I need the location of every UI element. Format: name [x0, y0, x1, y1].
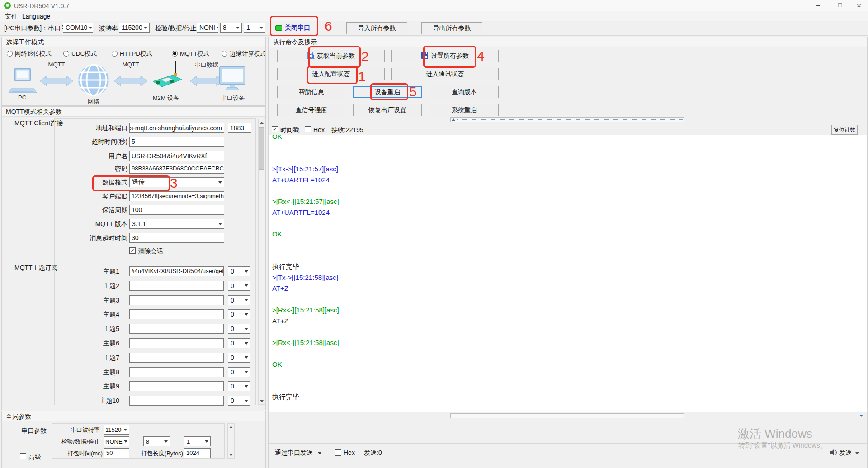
- addr-input[interactable]: i.iot-as-mqtt.cn-shanghai.aliyuncs.com: [129, 123, 224, 133]
- help-button[interactable]: 帮助信息: [277, 86, 345, 98]
- topic-label: 主题3: [56, 297, 119, 305]
- pack-len-input[interactable]: 1024: [184, 448, 211, 458]
- baud-select[interactable]: 115200: [119, 23, 150, 33]
- topic-qos-select[interactable]: 0: [228, 367, 250, 377]
- signal-strength-button[interactable]: 查信号强度: [277, 104, 345, 116]
- work-mode-option[interactable]: UDC模式: [63, 49, 97, 58]
- username-input[interactable]: USR-DR504&i4u4VIKvRXf: [129, 151, 224, 161]
- parity-select[interactable]: NONI: [197, 23, 218, 33]
- log-line: >[Tx->][15:21:58][asc]: [272, 272, 867, 283]
- topic-qos-select[interactable]: 0: [228, 295, 250, 305]
- topic-qos-select[interactable]: 0: [228, 309, 250, 319]
- timestamp-checkbox[interactable]: ✓: [272, 126, 278, 132]
- factory-reset-button[interactable]: 恢复出厂设置: [353, 104, 422, 116]
- radio-icon[interactable]: [112, 51, 118, 57]
- g-stopbit-select[interactable]: 1: [184, 436, 211, 446]
- diagram-link2-label: MQTT: [123, 61, 139, 68]
- toolbar: [PC串口参数]：串口号 COM10 波特率 115200 检验/数据/停止 N…: [0, 21, 868, 36]
- mqtt-params-group: MQTT模式相关参数 MQTT Client连接 地址和端口 i.iot-as-…: [1, 106, 266, 410]
- port-input[interactable]: 1883: [228, 123, 251, 133]
- scroll-down-icon[interactable]: [859, 415, 863, 417]
- send-hex-checkbox[interactable]: [335, 449, 341, 456]
- topic-input[interactable]: [129, 324, 224, 334]
- topic-label: 主题2: [56, 282, 119, 290]
- menu-language[interactable]: Language: [22, 13, 50, 20]
- log-line: 执行完毕: [272, 392, 867, 402]
- close-serial-button[interactable]: 关闭串口: [272, 21, 317, 35]
- topic-qos-select[interactable]: 0: [228, 281, 250, 291]
- menu-file[interactable]: 文件: [5, 13, 18, 21]
- query-version-button[interactable]: 查询版本: [430, 86, 499, 98]
- stopbit-select[interactable]: 1: [244, 23, 265, 33]
- global-scrollbar[interactable]: [227, 423, 235, 459]
- g-baud-select[interactable]: 115200: [104, 425, 129, 435]
- topic-input[interactable]: [129, 281, 224, 291]
- databits-select[interactable]: 8: [220, 23, 242, 33]
- work-mode-option[interactable]: HTTPD模式: [112, 49, 152, 58]
- topic-qos-select[interactable]: 0: [228, 396, 250, 406]
- scroll-up-icon: [452, 118, 455, 121]
- title-bar: USR-DR504 V1.0.7 – □ ×: [0, 0, 868, 11]
- timeout-input[interactable]: 5: [129, 137, 224, 147]
- topic-input[interactable]: [129, 396, 224, 406]
- radio-icon[interactable]: [222, 51, 227, 57]
- client-id-input[interactable]: 12345678|securemode=3,signmetho: [129, 191, 224, 201]
- chevron-down-icon: [164, 440, 168, 443]
- log-hex-checkbox[interactable]: [305, 126, 311, 132]
- advanced-checkbox[interactable]: [20, 453, 26, 459]
- radio-icon[interactable]: [172, 51, 178, 57]
- maximize-button[interactable]: □: [830, 1, 850, 9]
- enter-comm-button[interactable]: 进入通讯状态: [391, 68, 499, 80]
- radio-icon[interactable]: [63, 51, 69, 57]
- mqtt-version-select[interactable]: 3.1.1: [129, 219, 224, 229]
- serial-group-label: 串口参数: [21, 427, 47, 435]
- log-top-scrollbar[interactable]: [450, 117, 684, 122]
- pack-time-input[interactable]: 50: [104, 448, 129, 458]
- com-port-select[interactable]: COM10: [63, 23, 93, 33]
- topic-input[interactable]: [129, 338, 224, 348]
- topic-qos-select[interactable]: 0: [228, 353, 250, 363]
- import-params-button[interactable]: 导入所有参数: [346, 22, 407, 34]
- diagram-link1-label: MQTT: [48, 61, 65, 68]
- radio-icon[interactable]: [7, 51, 13, 57]
- chevron-down-icon: [217, 27, 218, 29]
- topic-input[interactable]: [129, 309, 224, 319]
- topic-input[interactable]: [129, 367, 224, 377]
- topic-qos-select[interactable]: 0: [228, 266, 250, 276]
- mqtt-form-scrollbar[interactable]: [258, 119, 265, 405]
- data-format-label: 数据格式: [56, 179, 127, 187]
- send-button[interactable]: 发送: [830, 448, 867, 459]
- work-mode-option[interactable]: 边缘计算模式: [222, 49, 266, 58]
- send-via-serial-dropdown[interactable]: 通过串口发送: [275, 449, 321, 457]
- log-area[interactable]: OK >[Tx->][15:21:57][asc]AT+UARTFL=1024 …: [269, 135, 867, 412]
- link-arrow-icon: [114, 75, 147, 89]
- topic-input[interactable]: [129, 295, 224, 305]
- window-title: USR-DR504 V1.0.7: [14, 2, 69, 9]
- topic-qos-select[interactable]: 0: [228, 338, 250, 348]
- work-mode-option[interactable]: 网络透传模式: [7, 49, 52, 58]
- topic-qos-select[interactable]: 0: [228, 324, 250, 334]
- system-restart-button[interactable]: 系统重启: [430, 104, 499, 116]
- export-params-button[interactable]: 导出所有参数: [421, 22, 482, 34]
- g-parity-select[interactable]: NONE: [104, 436, 129, 446]
- keepalive-input[interactable]: 100: [129, 205, 224, 215]
- log-bottom-scrollbar[interactable]: [450, 413, 684, 418]
- g-databits-select[interactable]: 8: [143, 436, 170, 446]
- topic-input[interactable]: [129, 381, 224, 391]
- subscribe-group-label: MQTT主题订阅: [14, 264, 58, 272]
- password-input[interactable]: 98B38A6687E3D68C0CCEAECBC20EC: [129, 164, 224, 174]
- minimize-button[interactable]: –: [808, 1, 829, 9]
- clean-session-checkbox[interactable]: ✓: [129, 247, 136, 254]
- annotation-number-5: 5: [409, 84, 417, 99]
- close-button[interactable]: ×: [850, 1, 868, 10]
- network-globe-icon: [77, 63, 110, 99]
- enter-config-button[interactable]: 进入配置状态: [277, 68, 385, 80]
- annotation-number-4: 4: [477, 48, 485, 64]
- topic-input[interactable]: [129, 353, 224, 363]
- msg-timeout-input[interactable]: 30: [129, 233, 224, 243]
- log-line: [272, 185, 867, 196]
- topic-input[interactable]: /i4u4VIKvRXf/USR-DR504/user/get: [129, 266, 224, 276]
- work-mode-option[interactable]: MQTT模式: [172, 49, 209, 58]
- reset-count-button[interactable]: 复位计数: [831, 125, 858, 135]
- topic-qos-select[interactable]: 0: [228, 381, 250, 391]
